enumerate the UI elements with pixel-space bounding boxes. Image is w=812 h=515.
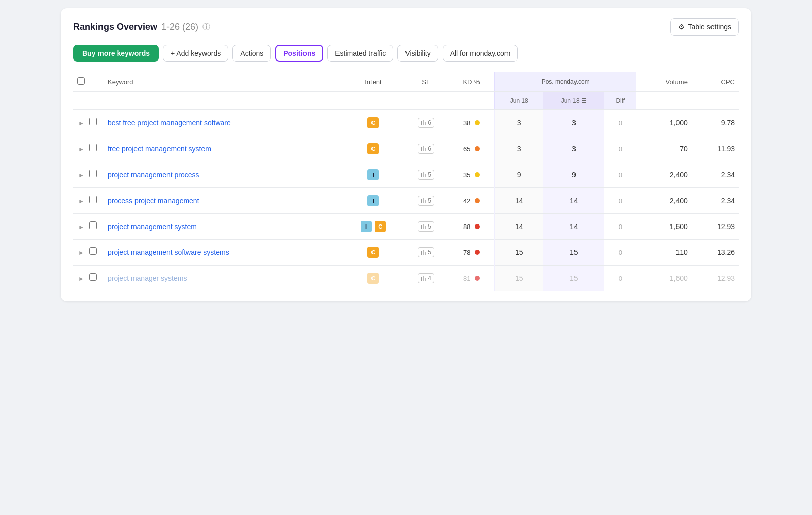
svg-rect-9 [421,199,422,203]
table-header-row: Keyword Intent SF KD % Pos. monday.com V… [73,72,739,92]
jun18-b-cell: 15 [543,266,604,292]
select-all-checkbox[interactable] [77,77,85,85]
row-checkbox[interactable] [89,221,97,229]
expand-button[interactable]: ► [77,197,85,206]
diff-cell: 0 [604,266,636,292]
jun18-a-cell: 9 [495,162,544,188]
keyword-cell: project management system [104,214,343,240]
volume-cell: 1,600 [636,266,692,292]
keyword-cell: best free project management software [104,110,343,136]
tab-all-for[interactable]: All for monday.com [443,45,518,62]
expand-button[interactable]: ► [77,248,85,258]
table-row: ► project management software systemsC 5… [73,240,739,266]
volume-cell: 1,000 [636,110,692,136]
tab-positions[interactable]: Positions [275,45,323,62]
kd-value: 35 [463,171,470,179]
keyword-link[interactable]: project management system [108,222,197,231]
buy-keywords-button[interactable]: Buy more keywords [73,45,159,62]
cpc-cell: 2.34 [692,162,739,188]
row-checkbox[interactable] [89,247,97,255]
keyword-link[interactable]: process project management [108,197,199,205]
diff-cell: 0 [604,162,636,188]
intent-cell: I [343,188,404,214]
keyword-link[interactable]: project management software systems [108,248,229,256]
expand-button[interactable]: ► [77,171,85,180]
volume-cell: 110 [636,240,692,266]
svg-rect-14 [425,226,426,229]
table-row: ► project management processI 5 35 9902,… [73,162,739,188]
svg-rect-2 [425,122,426,125]
keyword-cell: process project management [104,188,343,214]
info-icon[interactable]: ⓘ [202,22,210,32]
sf-cell: 5 [403,214,449,240]
cpc-cell: 13.26 [692,240,739,266]
add-keywords-button[interactable]: + Add keywords [163,45,228,62]
jun18-b-cell: 14 [543,188,604,214]
intent-badge-c: C [367,247,379,258]
gear-icon: ⚙ [678,23,685,31]
kd-value: 81 [463,275,470,282]
jun18-a-cell: 14 [495,188,544,214]
kd-dot [475,172,480,177]
expand-button[interactable]: ► [77,222,85,232]
diff-cell: 0 [604,136,636,162]
subheader-diff: Diff [604,92,636,110]
sf-icon: 5 [418,196,434,206]
actions-button[interactable]: Actions [232,45,271,62]
kd-value: 88 [463,223,470,231]
row-checkbox[interactable] [89,273,97,281]
kd-cell: 42 [449,188,495,214]
jun18-a-cell: 3 [495,136,544,162]
tab-estimated-traffic[interactable]: Estimated traffic [327,45,393,62]
expand-button[interactable]: ► [77,274,85,283]
expand-button[interactable]: ► [77,119,85,128]
jun18-b-cell: 14 [543,214,604,240]
svg-rect-17 [425,252,426,255]
keyword-link[interactable]: best free project management software [108,119,231,127]
table-subheader-row: Jun 18 Jun 18 ☰ Diff [73,92,739,110]
tab-visibility[interactable]: Visibility [397,45,438,62]
table-settings-button[interactable]: ⚙ Table settings [670,18,739,36]
kd-value: 42 [463,197,470,205]
row-checkbox[interactable] [89,196,97,203]
keyword-cell: project management software systems [104,240,343,266]
cpc-cell: 12.93 [692,266,739,292]
kd-dot [475,198,480,203]
kd-cell: 65 [449,136,495,162]
page-range: 1-26 (26) [161,22,198,33]
keyword-link[interactable]: free project management system [108,145,211,153]
svg-rect-6 [421,173,422,177]
cpc-cell: 9.78 [692,110,739,136]
jun18-a-cell: 15 [495,240,544,266]
row-checkbox[interactable] [89,144,97,151]
keyword-link[interactable]: project manager systems [108,274,187,282]
volume-cell: 1,600 [636,214,692,240]
sf-icon: 6 [418,118,434,128]
kd-cell: 35 [449,162,495,188]
header-keyword: Keyword [104,72,343,92]
intent-badge-c: C [367,117,379,128]
subheader-jun18-b: Jun 18 ☰ [543,92,604,110]
intent-badge-i: I [367,195,379,206]
kd-value: 38 [463,119,470,127]
expand-button[interactable]: ► [77,145,85,154]
sf-cell: 6 [403,110,449,136]
kd-dot [475,276,480,281]
intent-badge-c: C [375,221,386,232]
sf-icon: 5 [418,247,434,258]
keyword-link[interactable]: project management process [108,171,199,179]
svg-rect-16 [423,250,424,255]
table-row: ► project management systemI C 5 88 1414… [73,214,739,240]
sf-icon: 5 [418,170,434,180]
svg-rect-19 [423,276,424,281]
svg-rect-3 [421,147,422,151]
svg-rect-18 [421,277,422,281]
svg-rect-13 [423,224,424,229]
row-checkbox[interactable] [89,170,97,177]
sf-icon: 5 [418,221,434,232]
row-checkbox[interactable] [89,118,97,125]
sf-cell: 5 [403,240,449,266]
svg-rect-20 [425,278,426,281]
header-cpc: CPC [692,72,739,92]
svg-rect-11 [425,200,426,203]
